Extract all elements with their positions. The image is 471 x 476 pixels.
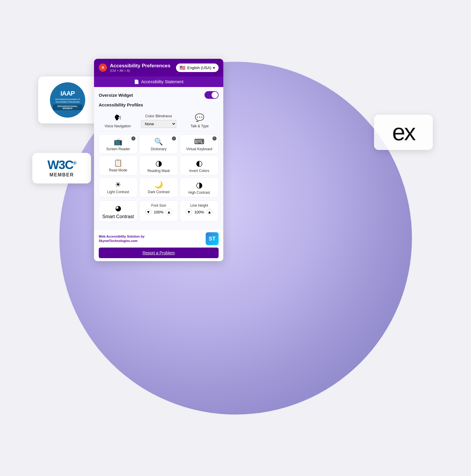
- footer-logo-text: ST: [209, 236, 215, 242]
- light-contrast-card[interactable]: ☀ Light Contrast: [99, 177, 138, 197]
- invert-colors-card[interactable]: ◐ Invert Colors: [180, 156, 219, 176]
- panel-title: Accessibility Preferences: [110, 63, 170, 69]
- features-grid: i 📺 Screen Reader i 🔍 Dictionary i ⌨ Vir…: [99, 134, 219, 197]
- panel-body: Oversize Widget Accessibility Profiles 🗣…: [94, 87, 223, 229]
- iaap-subtitle: International Association of Accessibili…: [53, 98, 82, 103]
- info-icon: i: [172, 136, 176, 141]
- line-height-increase-button[interactable]: ▲: [206, 209, 213, 215]
- voice-navigation-label: Voice Navigation: [105, 124, 131, 128]
- virtual-keyboard-label: Virtual Keyboard: [186, 147, 212, 151]
- light-contrast-label: Light Contrast: [107, 190, 129, 194]
- iaap-circle: IAAP International Association of Access…: [50, 82, 85, 118]
- dark-contrast-icon: 🌙: [154, 181, 163, 188]
- stepper-row: ◕ Smart Contrast Font Size ▼ 100% ▲ Line…: [99, 200, 219, 222]
- statement-bar[interactable]: 📄 Accessibility Statement: [94, 76, 223, 87]
- virtual-keyboard-card[interactable]: i ⌨ Virtual Keyboard: [180, 134, 219, 154]
- iaap-org-badge: ORGANIZATIONAL MEMBER: [53, 104, 82, 110]
- dark-contrast-card[interactable]: 🌙 Dark Contrast: [139, 177, 178, 197]
- oversize-row: Oversize Widget: [99, 91, 219, 99]
- close-icon: ✕: [101, 65, 105, 70]
- language-button[interactable]: 🇺🇸 English (USA) ▾: [176, 64, 219, 72]
- screen-reader-icon: 📺: [114, 138, 123, 145]
- high-contrast-label: High Contrast: [188, 191, 210, 195]
- statement-label: Accessibility Statement: [141, 79, 184, 84]
- talk-and-type-cell[interactable]: 💬 Talk & Type: [181, 113, 219, 128]
- dictionary-icon: 🔍: [154, 138, 163, 145]
- panel-shortcut: (Ctrl + Alt + A): [110, 69, 170, 72]
- smart-contrast-icon: ◕: [115, 204, 121, 212]
- footer-branding-text: Web Accessibility Solution by SkynetTech…: [99, 234, 145, 243]
- invert-colors-icon: ◐: [196, 159, 203, 167]
- line-height-label: Line Height: [190, 203, 208, 208]
- talk-and-type-label: Talk & Type: [190, 124, 209, 128]
- panel-footer: Web Accessibility Solution by SkynetTech…: [94, 229, 223, 261]
- voice-navigation-icon: 🗣: [114, 113, 122, 122]
- invert-colors-label: Invert Colors: [189, 169, 209, 173]
- ex-text-card: ex: [374, 115, 433, 150]
- chevron-down-icon: ▾: [213, 66, 215, 70]
- w3c-logo: W3C®: [47, 159, 76, 171]
- report-problem-label: Report a Problem: [143, 250, 175, 255]
- top-features-row: 🗣 Voice Navigation Color Blindness None …: [99, 110, 219, 131]
- dictionary-card[interactable]: i 🔍 Dictionary: [139, 134, 178, 154]
- smart-contrast-card[interactable]: ◕ Smart Contrast: [99, 200, 138, 222]
- w3c-badge-card: W3C® MEMBER: [32, 153, 91, 183]
- color-blindness-select[interactable]: None Protanopia Deuteranopia Tritanopia: [141, 120, 176, 128]
- line-height-stepper: Line Height ▼ 100% ▲: [180, 200, 219, 222]
- footer-branding: Web Accessibility Solution by SkynetTech…: [99, 232, 219, 245]
- font-size-decrease-button[interactable]: ▼: [145, 209, 152, 215]
- w3c-member-label: MEMBER: [49, 172, 74, 178]
- reading-mask-card[interactable]: ◑ Reading Mask: [139, 156, 178, 176]
- iaap-title: IAAP: [61, 90, 75, 97]
- virtual-keyboard-icon: ⌨: [194, 138, 205, 145]
- reading-mask-icon: ◑: [155, 159, 162, 167]
- title-block: Accessibility Preferences (Ctrl + Alt + …: [110, 63, 170, 72]
- screen-reader-label: Screen Reader: [106, 147, 130, 151]
- panel-header: ✕ Accessibility Preferences (Ctrl + Alt …: [94, 59, 223, 76]
- read-mode-icon: 📋: [114, 159, 123, 166]
- talk-and-type-icon: 💬: [195, 113, 204, 122]
- accessibility-panel: ✕ Accessibility Preferences (Ctrl + Alt …: [94, 59, 223, 261]
- dark-contrast-label: Dark Contrast: [148, 190, 170, 194]
- line-height-controls: ▼ 100% ▲: [186, 209, 213, 215]
- ex-text: ex: [392, 121, 415, 144]
- statement-icon: 📄: [134, 79, 139, 84]
- footer-company-link: SkynetTechnologies.com: [99, 239, 138, 243]
- font-size-controls: ▼ 100% ▲: [145, 209, 172, 215]
- reading-mask-label: Reading Mask: [147, 169, 170, 173]
- iaap-badge-card: IAAP International Association of Access…: [38, 76, 97, 123]
- read-mode-label: Read Mode: [109, 168, 127, 172]
- font-size-value: 100%: [153, 210, 164, 214]
- line-height-value: 100%: [194, 210, 205, 214]
- high-contrast-icon: ◑: [196, 181, 203, 189]
- voice-navigation-cell[interactable]: 🗣 Voice Navigation: [99, 113, 137, 128]
- color-blindness-cell: Color Blindness None Protanopia Deuteran…: [140, 114, 177, 128]
- line-height-decrease-button[interactable]: ▼: [186, 209, 192, 215]
- close-button[interactable]: ✕: [99, 64, 107, 72]
- info-icon: i: [212, 136, 217, 141]
- oversize-toggle[interactable]: [205, 91, 219, 99]
- color-blindness-label: Color Blindness: [145, 114, 172, 118]
- report-problem-button[interactable]: Report a Problem: [99, 248, 219, 258]
- font-size-increase-button[interactable]: ▲: [166, 209, 172, 215]
- screen-reader-card[interactable]: i 📺 Screen Reader: [99, 134, 138, 154]
- smart-contrast-label: Smart Contrast: [102, 214, 134, 219]
- language-label: English (USA): [187, 66, 211, 70]
- dictionary-label: Dictionary: [151, 147, 166, 151]
- oversize-label: Oversize Widget: [99, 93, 133, 98]
- font-size-label: Font Size: [151, 203, 166, 208]
- light-contrast-icon: ☀: [115, 181, 121, 188]
- info-icon: i: [131, 136, 135, 141]
- read-mode-card[interactable]: 📋 Read Mode: [99, 156, 138, 176]
- font-size-stepper: Font Size ▼ 100% ▲: [139, 200, 178, 222]
- profiles-label: Accessibility Profiles: [99, 102, 219, 107]
- flag-icon: 🇺🇸: [180, 65, 185, 71]
- high-contrast-card[interactable]: ◑ High Contrast: [180, 177, 219, 197]
- footer-logo: ST: [206, 232, 219, 245]
- header-left: ✕ Accessibility Preferences (Ctrl + Alt …: [99, 63, 170, 72]
